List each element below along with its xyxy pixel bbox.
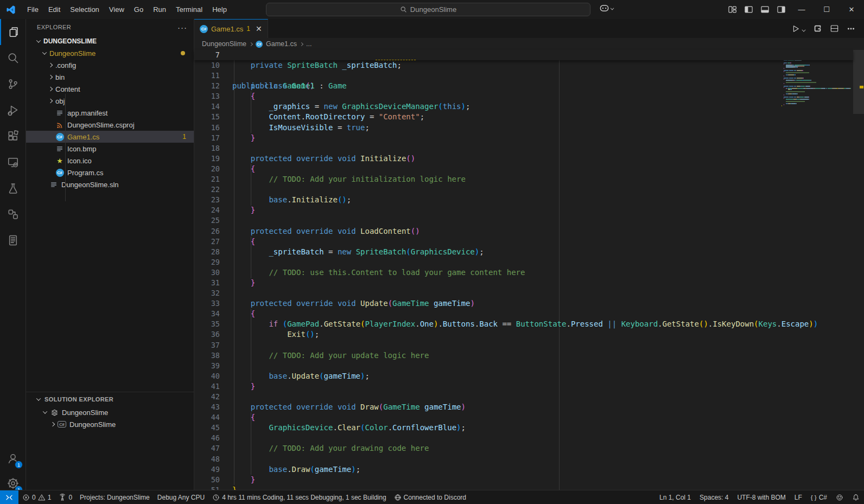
layout-grid-icon[interactable] bbox=[724, 0, 740, 19]
breadcrumb-item[interactable]: ... bbox=[306, 40, 312, 48]
tree-item-game1-cs[interactable]: C#Game1.cs1 bbox=[26, 131, 194, 143]
code-line-22[interactable]: 22 bbox=[194, 184, 853, 195]
menu-file[interactable]: File bbox=[22, 0, 43, 19]
line-number[interactable]: 41 bbox=[194, 381, 220, 392]
tab-close-icon[interactable]: ✕ bbox=[256, 24, 262, 33]
code-line-38[interactable]: 38 // TODO: Add your update logic here bbox=[194, 350, 853, 361]
line-number[interactable]: 51 bbox=[194, 485, 220, 490]
code-line-50[interactable]: 50 } bbox=[194, 475, 853, 485]
code-line-29[interactable]: 29 bbox=[194, 257, 853, 267]
line-number[interactable]: 50 bbox=[194, 475, 220, 485]
line-number[interactable]: 30 bbox=[194, 267, 220, 278]
activity-run-and-debug[interactable] bbox=[0, 97, 26, 123]
line-number[interactable]: 39 bbox=[194, 361, 220, 371]
activity-docs[interactable] bbox=[0, 227, 26, 253]
tree-item-icon-bmp[interactable]: Icon.bmp bbox=[26, 143, 194, 155]
line-number[interactable]: 32 bbox=[194, 288, 220, 298]
line-number[interactable]: 34 bbox=[194, 309, 220, 319]
solution-explorer-title[interactable]: SOLUTION EXPLORER bbox=[45, 396, 113, 403]
line-number[interactable]: 15 bbox=[194, 112, 220, 122]
status-projects[interactable]: Projects: DungeonSlime bbox=[76, 490, 154, 504]
line-number[interactable]: 38 bbox=[194, 350, 220, 361]
toggle-panel-icon[interactable] bbox=[757, 0, 773, 19]
code-line-35[interactable]: 35 if (GamePad.GetState(PlayerIndex.One)… bbox=[194, 319, 853, 329]
status-language-mode[interactable]: { }C# bbox=[806, 490, 831, 504]
status-indentation[interactable]: Spaces: 4 bbox=[695, 490, 733, 504]
line-number[interactable]: 18 bbox=[194, 143, 220, 154]
toggle-primary-sidebar-icon[interactable] bbox=[740, 0, 757, 19]
breadcrumb-item[interactable]: Game1.cs bbox=[266, 40, 297, 48]
line-number[interactable]: 45 bbox=[194, 423, 220, 433]
code-line-47[interactable]: 47 // TODO: Add your drawing code here bbox=[194, 443, 853, 454]
toggle-secondary-sidebar-icon[interactable] bbox=[773, 0, 789, 19]
menu-terminal[interactable]: Terminal bbox=[171, 0, 207, 19]
code-line-21[interactable]: 21 // TODO: Add your initialization logi… bbox=[194, 174, 853, 184]
code-line-40[interactable]: 40 base.Update(gameTime); bbox=[194, 371, 853, 381]
code-line-28[interactable]: 28 _spriteBatch = new SpriteBatch(Graphi… bbox=[194, 247, 853, 257]
line-number[interactable]: 24 bbox=[194, 205, 220, 215]
tree-item-dungeonslime-sln[interactable]: DungeonSlime.sln bbox=[26, 178, 194, 190]
line-number[interactable]: 28 bbox=[194, 247, 220, 257]
line-number[interactable]: 49 bbox=[194, 464, 220, 475]
status-cursor-position[interactable]: Ln 1, Col 1 bbox=[655, 490, 695, 504]
close-button[interactable]: ✕ bbox=[839, 0, 864, 19]
status-ports[interactable]: 0 bbox=[55, 490, 76, 504]
code-line-24[interactable]: 24 } bbox=[194, 205, 853, 215]
code-line-31[interactable]: 31 } bbox=[194, 278, 853, 288]
code-line-25[interactable]: 25 bbox=[194, 215, 853, 226]
code-line-26[interactable]: 26 protected override void LoadContent() bbox=[194, 226, 853, 237]
line-number[interactable]: 44 bbox=[194, 412, 220, 423]
tree-item-bin[interactable]: bin bbox=[26, 71, 194, 83]
menu-selection[interactable]: Selection bbox=[65, 0, 104, 19]
code-line-49[interactable]: 49 base.Draw(gameTime); bbox=[194, 464, 853, 475]
command-center-search[interactable]: DungeonSlime bbox=[266, 3, 590, 16]
status-remote-indicator[interactable] bbox=[0, 490, 18, 504]
split-editor-icon[interactable] bbox=[830, 24, 839, 33]
code-line-19[interactable]: 19 protected override void Initialize() bbox=[194, 154, 853, 164]
code-line-43[interactable]: 43 protected override void Draw(GameTime… bbox=[194, 402, 853, 412]
activity-search[interactable] bbox=[0, 45, 26, 71]
line-number[interactable]: 29 bbox=[194, 257, 220, 267]
line-number[interactable]: 25 bbox=[194, 215, 220, 226]
line-number[interactable]: 22 bbox=[194, 184, 220, 195]
line-number[interactable]: 48 bbox=[194, 454, 220, 464]
menu-help[interactable]: Help bbox=[207, 0, 232, 19]
line-number[interactable]: 16 bbox=[194, 123, 220, 133]
line-number[interactable]: 23 bbox=[194, 195, 220, 205]
code-line-34[interactable]: 34 { bbox=[194, 309, 853, 319]
maximize-button[interactable]: ☐ bbox=[814, 0, 839, 19]
activity-accounts[interactable]: 1 bbox=[0, 445, 26, 471]
solution-item-dungeonslime[interactable]: C#DungeonSlime bbox=[26, 418, 194, 430]
code-line-36[interactable]: 36 Exit(); bbox=[194, 329, 853, 340]
solution-item-dungeonslime[interactable]: DungeonSlime bbox=[26, 406, 194, 418]
scrollbar[interactable] bbox=[853, 50, 864, 114]
line-number[interactable]: 37 bbox=[194, 340, 220, 350]
code-line-44[interactable]: 44 { bbox=[194, 412, 853, 423]
tree-item-program-cs[interactable]: C#Program.cs bbox=[26, 167, 194, 178]
copilot-menu[interactable] bbox=[599, 3, 614, 13]
code-line-39[interactable]: 39 bbox=[194, 361, 853, 371]
explorer-more-actions[interactable]: ··· bbox=[177, 23, 187, 32]
tree-item-dungeonslime-csproj[interactable]: DungeonSlime.csproj bbox=[26, 119, 194, 131]
tree-item-content[interactable]: Content bbox=[26, 83, 194, 95]
line-number[interactable]: 26 bbox=[194, 226, 220, 237]
line-number[interactable]: 36 bbox=[194, 329, 220, 340]
minimize-button[interactable]: — bbox=[789, 0, 814, 19]
line-number[interactable]: 43 bbox=[194, 402, 220, 412]
menu-go[interactable]: Go bbox=[129, 0, 148, 19]
activity-extensions[interactable] bbox=[0, 123, 26, 149]
tree-item--config[interactable]: .config bbox=[26, 59, 194, 71]
tree-item-app-manifest[interactable]: app.manifest bbox=[26, 107, 194, 119]
code-line-37[interactable]: 37 bbox=[194, 340, 853, 350]
status-eol[interactable]: LF bbox=[790, 490, 806, 504]
tree-item-dungeonslime[interactable]: DUNGEONSLIME bbox=[26, 35, 194, 47]
status-build-configuration[interactable]: Debug Any CPU bbox=[154, 490, 208, 504]
status-time-tracking[interactable]: 4 hrs 11 mins Coding, 11 secs Debugging,… bbox=[208, 490, 390, 504]
code-line-16[interactable]: 16 IsMouseVisible = true; bbox=[194, 123, 853, 133]
line-number[interactable]: 42 bbox=[194, 392, 220, 402]
status-feedback[interactable] bbox=[831, 490, 848, 504]
activity-explorer[interactable] bbox=[0, 19, 26, 45]
code-line-18[interactable]: 18 bbox=[194, 143, 853, 154]
code-line-41[interactable]: 41 } bbox=[194, 381, 853, 392]
line-number[interactable]: 27 bbox=[194, 237, 220, 247]
